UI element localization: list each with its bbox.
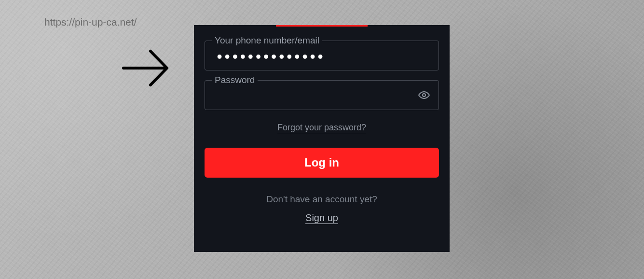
- eye-icon[interactable]: [418, 89, 430, 101]
- page-url: https://pin-up-ca.net/: [44, 16, 137, 28]
- svg-point-1: [423, 94, 425, 97]
- password-field[interactable]: Password: [205, 80, 439, 110]
- login-panel: Your phone number/email ●●●●●●●●●●●●●● P…: [194, 25, 450, 252]
- arrow-right-icon: [122, 47, 170, 89]
- phone-email-label: Your phone number/email: [212, 35, 322, 46]
- login-button[interactable]: Log in: [205, 148, 439, 178]
- forgot-password-link[interactable]: Forgot your password?: [277, 123, 366, 133]
- signup-link[interactable]: Sign up: [305, 212, 338, 224]
- accent-top-bar: [276, 25, 368, 27]
- phone-email-value: ●●●●●●●●●●●●●●: [217, 51, 325, 62]
- password-label: Password: [212, 75, 258, 85]
- phone-email-field[interactable]: Your phone number/email ●●●●●●●●●●●●●●: [205, 41, 439, 70]
- no-account-text: Don't have an account yet?: [205, 194, 439, 205]
